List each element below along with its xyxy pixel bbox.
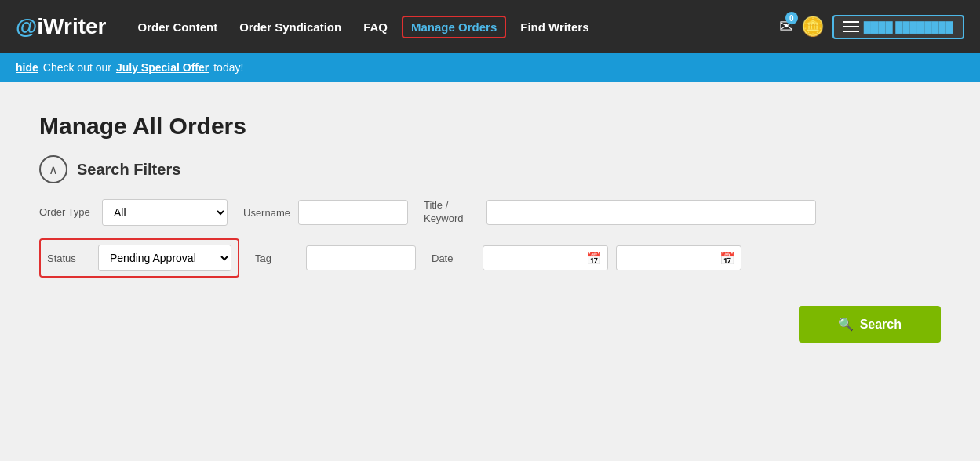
date-group: Date 6/26/2021 📅 7/26/2021 📅 bbox=[432, 245, 741, 270]
filter-rows: Order Type All Standard Premium Elite Us… bbox=[39, 199, 941, 343]
filters-container: ∧ Search Filters Order Type All Standard… bbox=[39, 155, 941, 343]
order-type-select[interactable]: All Standard Premium Elite bbox=[102, 199, 228, 226]
order-type-label: Order Type bbox=[39, 206, 94, 220]
promo-message-post: today! bbox=[213, 61, 243, 74]
tag-group: Tag bbox=[255, 245, 416, 270]
username-input[interactable] bbox=[298, 200, 408, 225]
search-icon: 🔍 bbox=[838, 317, 854, 332]
username-display: ████ ████████ bbox=[864, 21, 953, 33]
nav-links: Order Content Order Syndication FAQ Mana… bbox=[129, 16, 778, 38]
date-from-input[interactable]: 6/26/2021 bbox=[483, 245, 608, 270]
filters-header: ∧ Search Filters bbox=[39, 155, 941, 183]
order-type-group: Order Type All Standard Premium Elite bbox=[39, 199, 228, 226]
tag-label: Tag bbox=[255, 252, 298, 264]
collapse-filters-button[interactable]: ∧ bbox=[39, 155, 67, 183]
status-select[interactable]: All Pending Approval Approved Rejected I… bbox=[98, 245, 231, 271]
tag-input[interactable] bbox=[306, 245, 416, 270]
mail-badge: 0 bbox=[785, 12, 798, 24]
filter-row-1: Order Type All Standard Premium Elite Us… bbox=[39, 199, 941, 226]
status-group: Status All Pending Approval Approved Rej… bbox=[39, 238, 239, 278]
title-keyword-input[interactable] bbox=[486, 200, 816, 225]
chevron-up-icon: ∧ bbox=[49, 162, 58, 177]
logo[interactable]: @ iWriter bbox=[16, 14, 106, 39]
logo-at-symbol: @ bbox=[16, 14, 37, 39]
status-label: Status bbox=[47, 252, 90, 264]
promo-bar: hide Check out our July Special Offer to… bbox=[0, 53, 980, 82]
navbar: @ iWriter Order Content Order Syndicatio… bbox=[0, 0, 980, 53]
user-menu-button[interactable]: ████ ████████ bbox=[832, 15, 964, 39]
promo-message-pre: Check out our bbox=[43, 61, 111, 74]
nav-order-content[interactable]: Order Content bbox=[129, 16, 225, 38]
username-group: Username bbox=[243, 200, 408, 225]
date-to-input[interactable]: 7/26/2021 bbox=[616, 245, 741, 270]
username-label: Username bbox=[243, 207, 290, 219]
main-content: Manage All Orders ∧ Search Filters Order… bbox=[0, 82, 980, 390]
logo-text: iWriter bbox=[37, 14, 106, 39]
nav-right-actions: ✉ 0 🪙 ████ ████████ bbox=[779, 15, 964, 39]
promo-hide-link[interactable]: hide bbox=[16, 61, 38, 74]
search-button[interactable]: 🔍 Search bbox=[799, 306, 941, 343]
page-title: Manage All Orders bbox=[39, 113, 941, 140]
coin-button[interactable]: 🪙 bbox=[801, 16, 825, 38]
nav-manage-orders[interactable]: Manage Orders bbox=[402, 16, 506, 38]
nav-faq[interactable]: FAQ bbox=[355, 16, 395, 38]
title-keyword-group: Title / Keyword bbox=[424, 199, 816, 226]
search-button-row: 🔍 Search bbox=[39, 306, 941, 343]
nav-find-writers[interactable]: Find Writers bbox=[512, 16, 596, 38]
date-from-wrapper: 6/26/2021 📅 bbox=[483, 245, 608, 270]
filters-title: Search Filters bbox=[77, 161, 180, 179]
date-to-wrapper: 7/26/2021 📅 bbox=[616, 245, 741, 270]
nav-order-syndication[interactable]: Order Syndication bbox=[231, 16, 349, 38]
hamburger-icon bbox=[843, 21, 859, 32]
mail-button[interactable]: ✉ 0 bbox=[779, 16, 793, 37]
date-label: Date bbox=[432, 252, 475, 264]
filter-row-2: Status All Pending Approval Approved Rej… bbox=[39, 238, 941, 278]
promo-offer-link[interactable]: July Special Offer bbox=[116, 61, 209, 74]
search-button-label: Search bbox=[860, 318, 902, 332]
coin-icon: 🪙 bbox=[801, 16, 825, 37]
title-keyword-label: Title / Keyword bbox=[424, 199, 479, 226]
